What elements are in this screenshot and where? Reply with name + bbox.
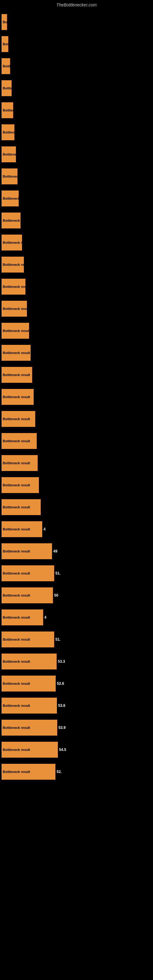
bar: Bottleneck result: [2, 609, 43, 625]
bar: Bottleneck result: [2, 587, 53, 603]
bar-label: Bottleneck re: [3, 197, 24, 200]
bar-label: Bottleneck result: [3, 549, 30, 553]
bar: Bottleneck res: [2, 235, 22, 250]
bar-row: Bottleneck result51.: [2, 629, 150, 650]
bar-row: Bottleneck res: [2, 232, 150, 253]
bar-label: Bottleneck result: [3, 748, 30, 751]
bar-value: 50: [54, 593, 58, 598]
bar-row: Bottleneck re: [2, 166, 150, 187]
bar-value: 51.: [56, 571, 61, 576]
bar: Bottleneck result: [2, 742, 58, 758]
bar-row: Bottleneck result51.: [2, 563, 150, 584]
bar-row: Bottleneck re: [2, 144, 150, 165]
chart-container: Bottleneck rBottleneck rBottleneck reBot…: [0, 9, 153, 786]
bar-label: Bottleneck result: [3, 660, 30, 663]
bar: Bottleneck result: [2, 345, 30, 361]
bar-value: 49: [53, 549, 57, 554]
bar-label: Bottleneck result: [3, 505, 30, 509]
bar: Bottleneck result: [2, 323, 29, 339]
bar: Bottleneck re: [2, 191, 19, 207]
bar-label: Bottleneck result: [3, 439, 30, 443]
bar-label: Bottleneck re: [3, 86, 24, 90]
bar-row: Bottleneck resu: [2, 276, 150, 297]
bar-row: Bottleneck resu: [2, 298, 150, 319]
bar-row: Bottleneck re: [2, 188, 150, 209]
bar-row: Bottleneck result52.: [2, 761, 150, 782]
bar: Bottleneck result: [2, 367, 32, 383]
bar-value: 4: [43, 527, 46, 531]
bar-label: Bottleneck r: [3, 42, 22, 46]
bar-label: Bottleneck result: [3, 329, 30, 332]
bar-label: Bottleneck result: [3, 373, 30, 377]
bar-row: Bottleneck re: [2, 78, 150, 99]
bar: Bottleneck re: [2, 124, 14, 140]
bar: Bottleneck result: [2, 543, 52, 559]
bar: Bottleneck result: [2, 433, 37, 449]
bar-label: Bottleneck result: [3, 682, 30, 686]
bar-row: Bottleneck result52.6: [2, 673, 150, 694]
bar: Bottleneck result: [2, 521, 42, 537]
bar-row: Bottleneck result: [2, 342, 150, 363]
bar-row: Bottleneck result53.6: [2, 695, 150, 716]
bar-row: Bottleneck result: [2, 409, 150, 430]
bar-value: 51.: [56, 637, 61, 641]
bar-label: Bottleneck result: [3, 593, 30, 597]
bar-row: Bottleneck result: [2, 387, 150, 407]
bar: Bottleneck resu: [2, 301, 27, 317]
bar-row: Bottleneck result49: [2, 541, 150, 562]
bar-row: Bottleneck result: [2, 475, 150, 495]
bar: Bottleneck result: [2, 676, 56, 692]
bar: Bottleneck re: [2, 58, 10, 74]
bar-row: Bottleneck result53.9: [2, 717, 150, 738]
bar-row: Bottleneck result: [2, 364, 150, 385]
bar-row: Bottleneck resu: [2, 254, 150, 275]
bar: Bottleneck re: [2, 102, 13, 118]
bar: Bottleneck result: [2, 455, 38, 471]
bar-label: Bottleneck result: [3, 461, 30, 465]
bar-row: Bottleneck result53.3: [2, 651, 150, 672]
bar-label: Bottleneck result: [3, 770, 30, 773]
bar-value: 52.: [57, 770, 62, 774]
bar-label: Bottleneck result: [3, 571, 30, 575]
bar-label: Bottleneck re: [3, 175, 24, 178]
bar-label: Bottleneck result: [3, 417, 30, 421]
bar: Bottleneck result: [2, 411, 35, 427]
bar-label: Bottleneck res: [3, 241, 26, 244]
bar-label: Bottleneck result: [3, 616, 30, 619]
bar-row: Bottleneck result4: [2, 519, 150, 539]
bar-label: Bottleneck res: [3, 219, 26, 222]
bar: Bottleneck result: [2, 632, 54, 648]
bar-label: Bottleneck result: [3, 351, 30, 355]
bar: Bottleneck result: [2, 499, 41, 515]
bar-value: 53.6: [58, 703, 65, 708]
bar: Bottleneck res: [2, 213, 21, 229]
bar-value: 4: [45, 615, 46, 620]
bar-row: Bottleneck result54.5: [2, 739, 150, 760]
bar-row: Bottleneck result: [2, 320, 150, 341]
bar-label: Bottleneck re: [3, 108, 24, 112]
site-title: TheBottlenecker.com: [0, 0, 153, 9]
bar-value: 53.3: [58, 659, 65, 663]
bar: Bottleneck result: [2, 720, 57, 736]
bar: Bottleneck re: [2, 80, 12, 96]
bar-label: Bottleneck result: [3, 726, 30, 730]
bar: Bottleneck result: [2, 389, 33, 405]
bar-row: Bottleneck r: [2, 12, 150, 32]
bar-row: Bottleneck result: [2, 431, 150, 452]
bar-label: Bottleneck re: [3, 64, 24, 68]
bar: Bottleneck result: [2, 764, 56, 780]
bar: Bottleneck r: [2, 14, 7, 30]
bar-value: 54.5: [59, 748, 66, 752]
bar-label: Bottleneck resu: [3, 307, 28, 310]
bar-row: Bottleneck r: [2, 34, 150, 54]
bar-label: Bottleneck result: [3, 704, 30, 708]
bar-row: Bottleneck result: [2, 497, 150, 517]
bar-row: Bottleneck re: [2, 56, 150, 76]
bar-label: Bottleneck result: [3, 395, 30, 399]
bar-label: Bottleneck re: [3, 130, 24, 134]
bar: Bottleneck result: [2, 654, 57, 670]
bar-label: Bottleneck resu: [3, 263, 28, 266]
bar-value: 53.9: [59, 725, 65, 730]
bar-row: Bottleneck re: [2, 100, 150, 121]
bar-value: 52.6: [57, 681, 64, 686]
